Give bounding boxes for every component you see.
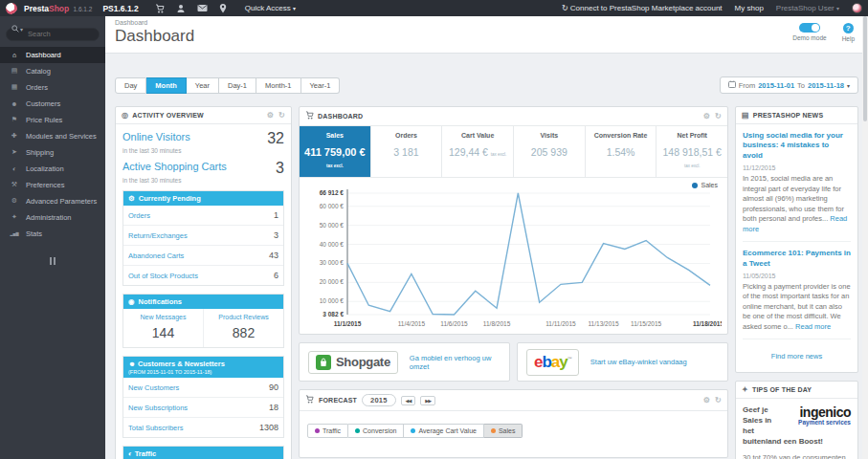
pending-row-out-of-stock: Out of Stock Products6 — [123, 266, 283, 285]
sidebar-item-advanced-parameters[interactable]: ⚙Advanced Parameters — [0, 193, 105, 209]
sidebar-item-preferences[interactable]: ⚒Preferences — [0, 177, 105, 193]
sidebar-item-dashboard[interactable]: ⌂Dashboard — [0, 47, 105, 63]
period-day-button[interactable]: Day — [115, 77, 146, 94]
panel-refresh-icon[interactable]: ↻ — [278, 111, 285, 120]
kpi-visits[interactable]: Visits205 939 — [514, 126, 586, 177]
period-day-1-button[interactable]: Day-1 — [219, 77, 256, 94]
article-title[interactable]: Ecommerce 101: Payments in a Tweet — [743, 249, 851, 269]
help-icon[interactable]: ? — [843, 23, 854, 33]
pending-row-abandoned-carts: Abandoned Carts43 — [123, 246, 283, 266]
kpi-sales[interactable]: Sales411 759,00 € tax excl. — [300, 126, 371, 177]
svg-text:11/4/2015: 11/4/2015 — [398, 320, 426, 327]
legend-dot — [692, 183, 698, 188]
sidebar-item-shipping[interactable]: ➤Shipping — [0, 144, 105, 161]
toggle-average-cart-value[interactable]: Average Cart Value — [404, 424, 483, 438]
sidebar-item-modules[interactable]: ✚Modules and Services — [0, 128, 105, 144]
panel-refresh-icon[interactable]: ↻ — [715, 396, 722, 404]
kpi-cart-value[interactable]: Cart Value129,44 € tax excl. — [442, 126, 514, 177]
bell-icon: ◉ — [128, 297, 135, 306]
find-more-news-link[interactable]: Find more news — [743, 346, 851, 368]
ingenico-logo: ingenico Payment services — [782, 405, 851, 426]
forecast-panel: FORECAST 2015 ◀◀ ▶▶ ⚙↻ Traffic Conversio… — [299, 389, 728, 458]
help-control[interactable]: ? Help — [842, 23, 855, 42]
article-title[interactable]: Using social media for your business: 4 … — [743, 131, 851, 161]
my-shop-link[interactable]: My shop — [735, 4, 764, 12]
kpi-conversion-rate[interactable]: Conversion Rate1.54% — [586, 126, 657, 177]
read-more-link[interactable]: Read more — [795, 322, 831, 331]
kpi-orders[interactable]: Orders3 181 — [371, 126, 443, 177]
demo-mode-control[interactable]: Demo mode — [792, 23, 826, 42]
panel-settings-icon[interactable]: ⚙ — [267, 111, 274, 120]
panel-settings-icon[interactable]: ⚙ — [703, 112, 710, 120]
date-range-button[interactable]: From 2015-11-01 To 2015-11-18 ▾ — [720, 76, 858, 94]
next-year-button[interactable]: ▶▶ — [420, 396, 435, 405]
sidebar-item-catalog[interactable]: ▤Catalog — [0, 63, 105, 79]
chart-legend[interactable]: Sales — [692, 182, 718, 188]
orders-icon: ▦ — [10, 83, 19, 91]
svg-text:50 000 €: 50 000 € — [320, 222, 345, 229]
ebay-link[interactable]: Start uw eBay-winkel vandaag — [590, 358, 687, 366]
search-icon[interactable]: ▾ — [11, 25, 23, 33]
page-title: Dashboard — [115, 27, 858, 46]
collapse-menu-icon[interactable] — [0, 251, 105, 269]
sales-chart-area: Sales 66 912 €60 000 €50 000 €40 000 €30… — [300, 178, 727, 334]
demo-mode-toggle[interactable] — [799, 23, 820, 33]
shopgate-ad-panel[interactable]: Shopgate Ga mobiel en verhoog uw omzet — [299, 342, 510, 382]
previous-year-button[interactable]: ◀◀ — [401, 396, 416, 405]
tips-of-the-day-panel: ✦ TIPS OF THE DAY ingenico Payment servi… — [735, 381, 858, 459]
user-menu[interactable]: PrestaShop User ▾ — [776, 4, 839, 12]
svg-text:11/6/2015: 11/6/2015 — [440, 320, 468, 327]
new-messages-cell[interactable]: New Messages144 — [123, 309, 204, 347]
user-icon[interactable] — [176, 4, 186, 13]
shopgate-link[interactable]: Ga mobiel en verhoog uw omzet — [410, 354, 501, 371]
panel-settings-icon[interactable]: ⚙ — [703, 396, 710, 404]
cart-icon[interactable] — [155, 4, 165, 13]
period-month-button[interactable]: Month — [146, 77, 187, 94]
svg-text:10 000 €: 10 000 € — [320, 297, 345, 304]
globe-icon: ◐ — [128, 449, 133, 458]
pin-icon[interactable] — [219, 4, 227, 13]
scrollbar-thumb[interactable] — [863, 16, 867, 121]
breadcrumb[interactable]: Dashboard — [115, 19, 858, 26]
quick-access-menu[interactable]: Quick Access ▾ — [245, 4, 296, 12]
sidebar-item-localization[interactable]: ◐Localization — [0, 161, 105, 177]
caret-down-icon: ▾ — [20, 26, 23, 33]
toggle-traffic[interactable]: Traffic — [307, 424, 348, 438]
period-year-1-button[interactable]: Year-1 — [301, 77, 341, 94]
brand-name: Presta — [24, 4, 49, 13]
panel-refresh-icon[interactable]: ↻ — [715, 112, 722, 120]
sidebar-item-orders[interactable]: ▦Orders — [0, 79, 105, 96]
activity-overview-panel: ◎ ACTIVITY OVERVIEW ⚙↻ Online Visitors32… — [115, 106, 292, 459]
ebay-ad-panel[interactable]: ebay™ Start uw eBay-winkel vandaag — [517, 342, 728, 382]
period-year-button[interactable]: Year — [187, 77, 219, 94]
sidebar-item-price-rules[interactable]: ⚑Price Rules — [0, 112, 105, 128]
forecast-toggle-group: Traffic Conversion Average Cart Value Sa… — [307, 424, 523, 438]
news-icon: ▤ — [742, 111, 749, 120]
period-month-1-button[interactable]: Month-1 — [256, 77, 301, 94]
ebay-logo: ebay™ — [526, 349, 579, 376]
toggle-conversion[interactable]: Conversion — [348, 424, 404, 438]
bulb-icon: ✦ — [742, 385, 748, 394]
forecast-year[interactable]: 2015 — [362, 394, 396, 406]
traffic-section: ◐ Traffic (FROM 2015-11-01 TO 2015-11-18… — [122, 446, 284, 459]
sidebar-item-customers[interactable]: ☻Customers — [0, 96, 105, 112]
caret-down-icon: ▾ — [293, 6, 296, 11]
toggle-sales[interactable]: Sales — [484, 424, 523, 438]
active-carts-label[interactable]: Active Shopping Carts — [122, 161, 227, 172]
online-visitors-label[interactable]: Online Visitors — [122, 131, 190, 142]
sidebar-item-stats[interactable]: ▂▅▇Stats — [0, 226, 105, 242]
mail-icon[interactable] — [197, 4, 208, 12]
product-reviews-cell[interactable]: Product Reviews882 — [204, 309, 283, 347]
marketplace-link[interactable]: ↻ Connect to PrestaShop Marketplace acco… — [562, 4, 723, 12]
pending-row-returns: Return/Exchanges3 — [123, 226, 283, 246]
news-article: Using social media for your business: 4 … — [743, 131, 851, 242]
date-toolbar: Day Month Year Day-1 Month-1 Year-1 From… — [115, 76, 858, 94]
page-scrollbar[interactable] — [862, 16, 868, 459]
user-avatar[interactable] — [852, 3, 862, 13]
sidebar-item-administration[interactable]: ✦Administration — [0, 209, 105, 226]
kpi-net-profit[interactable]: Net Profit148 918,51 € tax excl. — [657, 126, 727, 177]
dashboard-panel-title: DASHBOARD — [318, 113, 363, 120]
currently-pending-section: ⚙Currently Pending Orders1 Return/Exchan… — [122, 190, 284, 286]
preferences-icon: ⚒ — [10, 181, 19, 188]
brand-name-2: Shop — [49, 4, 69, 13]
